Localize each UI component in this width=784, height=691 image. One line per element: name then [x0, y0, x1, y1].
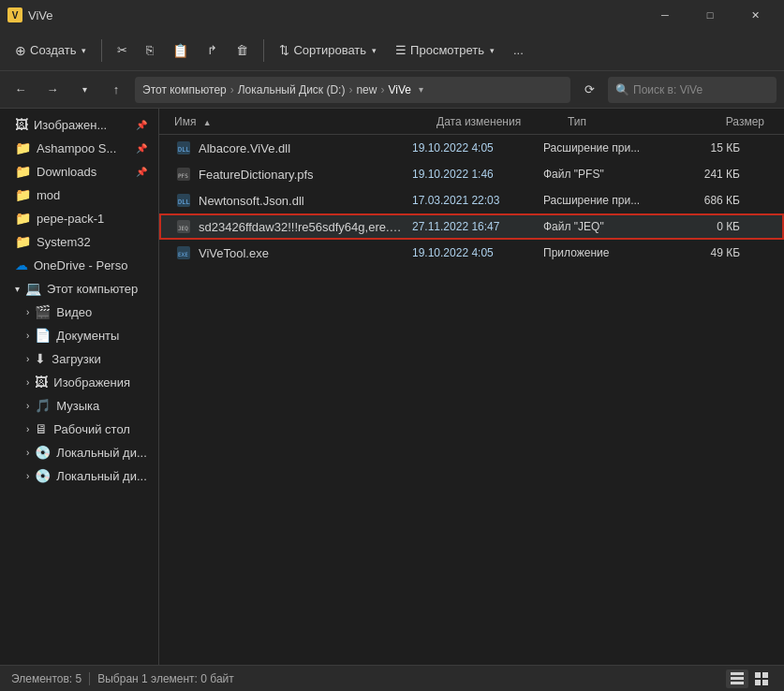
file-pane: Имя ▲ Дата изменения Тип Размер DLL: [159, 109, 784, 665]
expand-icon[interactable]: ›: [26, 354, 29, 364]
more-button[interactable]: ...: [506, 39, 531, 61]
sort-arrow-icon: ▾: [372, 46, 377, 55]
forward-button[interactable]: →: [39, 77, 66, 103]
breadcrumb-new[interactable]: new: [356, 83, 377, 96]
localdisk2-icon: 💿: [35, 468, 51, 483]
cut-button[interactable]: ✂: [110, 39, 135, 61]
sidebar-item-ashampoo[interactable]: 📁 Ashampoo S... 📌: [4, 137, 155, 159]
maximize-button[interactable]: □: [688, 0, 732, 30]
search-icon: 🔍: [615, 83, 629, 96]
file-name-cell: DLL Albacore.ViVe.dll: [174, 139, 412, 157]
close-button[interactable]: ✕: [733, 0, 777, 30]
sidebar-item-images2[interactable]: › 🖼 Изображения: [4, 371, 155, 393]
recent-button[interactable]: ▾: [71, 77, 97, 103]
images-icon: 🖼: [15, 117, 28, 132]
sidebar-item-localdisk1[interactable]: › 💿 Локальный ди...: [4, 441, 155, 463]
breadcrumb-thispc[interactable]: Этот компьютер: [142, 83, 227, 96]
sidebar-item-thispc[interactable]: ▾ 💻 Этот компьютер: [4, 277, 155, 300]
file-name-cell: EXE ViVeTool.exe: [174, 243, 412, 262]
share-button[interactable]: ↱: [200, 39, 225, 61]
pepe-icon: 📁: [15, 211, 31, 226]
toolbar-separator-2: [263, 39, 264, 62]
expand-icon[interactable]: ›: [26, 307, 29, 317]
copy-icon: ⎘: [146, 43, 154, 57]
sidebar-item-label: Изображен...: [34, 118, 107, 132]
col-header-size[interactable]: Размер: [689, 115, 764, 128]
expand-icon[interactable]: ▾: [15, 284, 20, 294]
table-row[interactable]: DLL Albacore.ViVe.dll 19.10.2022 4:05 Ра…: [159, 135, 784, 161]
create-button[interactable]: ⊕ Создать ▾: [7, 39, 94, 62]
music-icon: 🎵: [35, 398, 51, 413]
minimize-button[interactable]: ─: [643, 0, 687, 30]
table-row[interactable]: PFS FeatureDictionary.pfs 19.10.2022 1:4…: [159, 161, 784, 187]
svg-rect-15: [755, 680, 761, 685]
breadcrumb-dropdown-icon[interactable]: ▾: [419, 84, 423, 95]
expand-icon[interactable]: ›: [26, 448, 29, 458]
view-button[interactable]: ☰ Просмотреть ▾: [388, 39, 502, 61]
search-box[interactable]: 🔍 Поиск в: ViVe: [608, 77, 777, 103]
details-view-button[interactable]: [726, 669, 748, 688]
create-icon: ⊕: [15, 43, 26, 58]
col-header-type[interactable]: Тип: [568, 115, 689, 128]
sidebar-item-mod[interactable]: 📁 mod: [4, 184, 155, 206]
sidebar-item-images[interactable]: 🖼 Изображен... 📌: [4, 113, 155, 136]
sort-button[interactable]: ⇅ Сортировать ▾: [272, 39, 384, 61]
sidebar-item-desktop[interactable]: › 🖥 Рабочий стол: [4, 418, 155, 440]
pin-icon: 📌: [136, 143, 147, 154]
search-placeholder: Поиск в: ViVe: [633, 83, 703, 96]
expand-icon[interactable]: ›: [26, 424, 29, 434]
sidebar-item-downloads[interactable]: 📁 Downloads 📌: [4, 160, 155, 183]
sidebar-item-label: Изображения: [53, 375, 130, 390]
sidebar-item-music[interactable]: › 🎵 Музыка: [4, 394, 155, 417]
up-button[interactable]: ↑: [103, 77, 129, 103]
mod-icon: 📁: [15, 187, 31, 202]
status-separator: [89, 672, 90, 685]
video-icon: 🎬: [35, 304, 51, 319]
file-name-cell: DLL Newtonsoft.Json.dll: [174, 191, 412, 210]
desktop-icon: 🖥: [35, 421, 48, 436]
breadcrumb-disk[interactable]: Локальный Диск (D:): [238, 83, 346, 96]
svg-text:DLL: DLL: [178, 146, 190, 154]
sidebar-item-video[interactable]: › 🎬 Видео: [4, 301, 155, 323]
column-header: Имя ▲ Дата изменения Тип Размер: [159, 109, 784, 135]
expand-icon[interactable]: ›: [26, 331, 29, 341]
sidebar-item-label: System32: [37, 235, 91, 249]
tiles-view-button[interactable]: [750, 669, 773, 688]
back-button[interactable]: ←: [7, 77, 34, 103]
breadcrumb-vive[interactable]: ViVe: [388, 83, 410, 96]
sidebar-item-localdisk2[interactable]: › 💿 Локальный ди...: [4, 464, 155, 487]
view-arrow-icon: ▾: [490, 46, 495, 55]
expand-icon[interactable]: ›: [26, 377, 29, 388]
sidebar-item-onedrive[interactable]: ☁ OneDrive - Perso: [4, 254, 155, 276]
table-row[interactable]: JEQ sd23426ffdaw32!!!re56sdfy64g,ere.we5…: [159, 213, 784, 240]
table-row[interactable]: EXE ViVeTool.exe 19.10.2022 4:05 Приложе…: [159, 240, 784, 266]
delete-button[interactable]: 🗑: [229, 39, 256, 61]
col-header-date[interactable]: Дата изменения: [436, 115, 568, 128]
table-row[interactable]: DLL Newtonsoft.Json.dll 17.03.2021 22:03…: [159, 187, 784, 213]
dll2-icon: DLL: [174, 191, 193, 210]
sidebar-item-label: mod: [37, 188, 60, 202]
breadcrumb[interactable]: Этот компьютер › Локальный Диск (D:) › n…: [135, 77, 570, 103]
sidebar-item-system32[interactable]: 📁 System32: [4, 230, 155, 253]
paste-button[interactable]: 📋: [165, 39, 196, 62]
sidebar-item-downloads2[interactable]: › ⬇ Загрузки: [4, 347, 155, 370]
col-header-name[interactable]: Имя ▲: [174, 115, 436, 128]
pin-icon: 📌: [136, 167, 147, 177]
exe-icon: EXE: [174, 243, 193, 262]
window-title: ViVe: [28, 8, 53, 22]
breadcrumb-sep-1: ›: [230, 83, 234, 96]
expand-icon[interactable]: ›: [26, 471, 29, 481]
expand-icon[interactable]: ›: [26, 401, 29, 411]
svg-text:JEQ: JEQ: [178, 225, 188, 231]
sidebar-item-label: Этот компьютер: [47, 282, 138, 296]
app-icon: V: [7, 7, 22, 22]
file-name-cell: JEQ sd23426ffdaw32!!!re56sdfy64g,ere.we5…: [174, 217, 412, 236]
sidebar-item-label: Документы: [56, 329, 119, 343]
svg-rect-16: [762, 680, 768, 685]
sort-icon: ⇅: [279, 43, 289, 57]
refresh-button[interactable]: ⟳: [576, 77, 602, 103]
sidebar-item-pepe[interactable]: 📁 pepe-pack-1: [4, 207, 155, 229]
sidebar-item-documents[interactable]: › 📄 Документы: [4, 324, 155, 346]
title-bar-left: V ViVe: [7, 7, 53, 22]
copy-button[interactable]: ⎘: [139, 39, 161, 61]
